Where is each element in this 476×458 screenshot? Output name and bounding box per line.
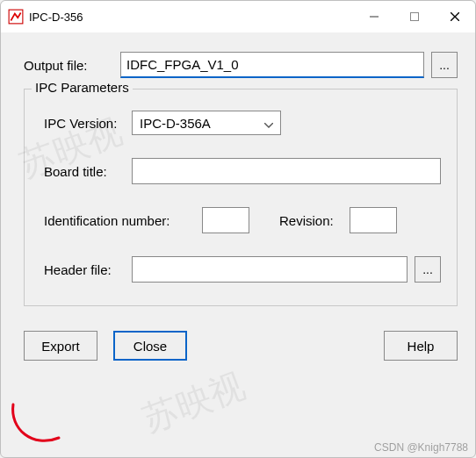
- credit-text: CSDN @Knigh7788: [374, 441, 468, 454]
- output-file-label: Output file:: [24, 58, 120, 73]
- window-title: IPC-D-356: [29, 11, 354, 24]
- svg-rect-2: [411, 13, 419, 21]
- header-file-browse-button[interactable]: ...: [415, 256, 441, 283]
- ipc-version-select[interactable]: IPC-D-356A: [132, 111, 281, 135]
- output-file-input[interactable]: [120, 52, 424, 78]
- header-file-row: Header file: ...: [44, 256, 441, 283]
- client-area: Output file: ... IPC Parameters IPC Vers…: [1, 32, 475, 376]
- board-title-label: Board title:: [44, 164, 132, 179]
- group-title: IPC Parameters: [32, 80, 133, 95]
- header-file-label: Header file:: [44, 262, 132, 277]
- chevron-down-icon: [264, 116, 273, 131]
- dialog-window: IPC-D-356 Output file: ... IPC Parameter…: [0, 0, 476, 458]
- output-file-row: Output file: ...: [24, 52, 458, 78]
- ipc-parameters-group: IPC Parameters IPC Version: IPC-D-356A B…: [24, 89, 458, 306]
- identification-number-label: Identification number:: [44, 213, 202, 228]
- close-button[interactable]: [435, 1, 475, 32]
- button-row: Export Close Help: [24, 331, 458, 361]
- ipc-version-label: IPC Version:: [44, 116, 132, 131]
- window-controls: [354, 1, 475, 32]
- close-dialog-button[interactable]: Close: [113, 331, 187, 361]
- board-title-input[interactable]: [132, 158, 441, 184]
- svg-rect-0: [9, 10, 23, 24]
- app-icon: [8, 9, 24, 25]
- output-file-browse-button[interactable]: ...: [431, 52, 458, 78]
- ipc-version-value: IPC-D-356A: [140, 116, 211, 131]
- ident-revision-row: Identification number: Revision:: [44, 207, 441, 233]
- revision-input[interactable]: [350, 207, 397, 233]
- header-file-input[interactable]: [132, 256, 407, 283]
- titlebar: IPC-D-356: [1, 1, 475, 32]
- annotation-arrow-icon: [6, 403, 76, 455]
- board-title-row: Board title:: [44, 158, 441, 184]
- maximize-button[interactable]: [394, 1, 435, 32]
- export-button[interactable]: Export: [24, 331, 97, 361]
- revision-label: Revision:: [279, 213, 350, 228]
- help-button[interactable]: Help: [384, 331, 458, 361]
- minimize-button[interactable]: [354, 1, 394, 32]
- ipc-version-row: IPC Version: IPC-D-356A: [44, 111, 441, 135]
- identification-number-input[interactable]: [202, 207, 249, 233]
